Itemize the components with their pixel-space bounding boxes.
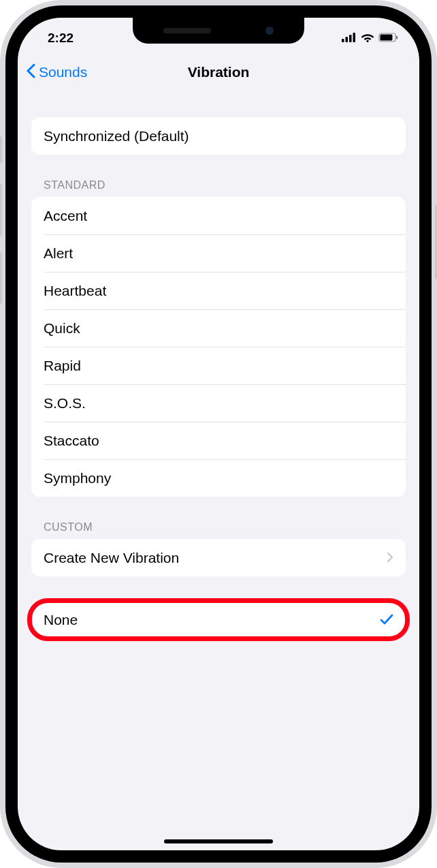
row-sos[interactable]: S.O.S. xyxy=(31,384,406,422)
svg-rect-7 xyxy=(396,36,398,40)
row-quick[interactable]: Quick xyxy=(31,309,406,347)
row-rapid[interactable]: Rapid xyxy=(31,347,406,384)
row-staccato[interactable]: Staccato xyxy=(31,422,406,459)
row-label: Symphony xyxy=(44,470,111,486)
checkmark-icon xyxy=(380,610,393,630)
section-header-custom: CUSTOM xyxy=(31,521,406,539)
row-synchronized-default[interactable]: Synchronized (Default) xyxy=(31,117,406,155)
svg-rect-2 xyxy=(349,35,352,42)
chevron-left-icon xyxy=(26,63,36,82)
row-accent[interactable]: Accent xyxy=(31,197,406,234)
row-label: Alert xyxy=(44,245,73,262)
cellular-icon xyxy=(342,31,357,46)
svg-rect-6 xyxy=(381,35,393,41)
wifi-icon xyxy=(361,31,374,46)
battery-icon xyxy=(378,31,399,46)
row-label: Accent xyxy=(44,208,87,224)
home-indicator[interactable] xyxy=(164,839,273,843)
row-label: Heartbeat xyxy=(44,283,106,299)
row-label: Synchronized (Default) xyxy=(44,128,189,144)
row-label: S.O.S. xyxy=(44,395,86,412)
standard-group: Accent Alert Heartbeat Quick Rapid S.O.S… xyxy=(31,197,406,497)
row-symphony[interactable]: Symphony xyxy=(31,459,406,497)
svg-rect-3 xyxy=(353,33,356,42)
row-label: Staccato xyxy=(44,433,99,449)
row-none[interactable]: None xyxy=(31,601,406,638)
svg-rect-1 xyxy=(346,37,349,42)
section-header-standard: STANDARD xyxy=(31,179,406,197)
row-heartbeat[interactable]: Heartbeat xyxy=(31,272,406,309)
row-create-new-vibration[interactable]: Create New Vibration xyxy=(31,539,406,576)
row-label: Create New Vibration xyxy=(44,550,179,566)
row-label: None xyxy=(44,612,78,628)
row-label: Rapid xyxy=(44,358,81,374)
chevron-right-icon xyxy=(387,550,393,566)
row-alert[interactable]: Alert xyxy=(31,234,406,272)
row-label: Quick xyxy=(44,320,80,337)
back-button[interactable]: Sounds xyxy=(26,63,87,82)
status-time: 2:22 xyxy=(48,31,74,46)
svg-point-4 xyxy=(366,40,368,42)
back-label: Sounds xyxy=(39,64,87,80)
navigation-bar: Sounds Vibration xyxy=(18,55,419,90)
svg-rect-0 xyxy=(342,39,344,42)
